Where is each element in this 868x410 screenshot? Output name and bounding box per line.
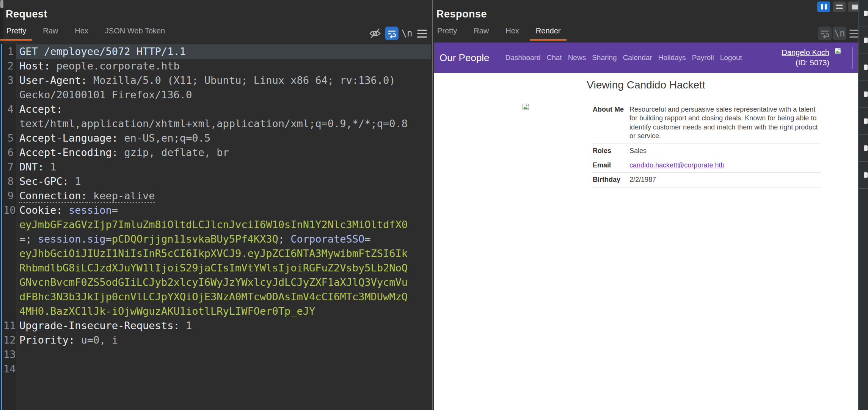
nav-link-dashboard[interactable]: Dashboard — [505, 54, 541, 62]
inspector-section-3[interactable] — [859, 54, 868, 81]
code-row: 13 — [3, 347, 431, 362]
code-line: Accept-Language: en-US,en;q=0.5 — [16, 131, 431, 145]
response-tab-hex[interactable]: Hex — [505, 27, 519, 41]
code-line: RhbmdlbG8iLCJzdXJuYW1lIjoiS29jaCIsImVtYW… — [16, 261, 431, 275]
nav-link-calendar[interactable]: Calendar — [623, 54, 652, 62]
line-number: 2 — [3, 59, 16, 73]
info-label: Roles — [593, 147, 629, 155]
inspector-section-icon — [864, 11, 868, 16]
inspector-section-6[interactable] — [859, 135, 868, 162]
line-number — [3, 304, 16, 319]
code-row: Gecko/20100101 Firefox/136.0 — [3, 88, 431, 102]
info-value: 2/2/1987 — [629, 175, 821, 184]
response-tab-pretty[interactable]: Pretty — [437, 27, 457, 41]
code-row: 3User-Agent: Mozilla/5.0 (X11; Ubuntu; L… — [3, 73, 431, 88]
code-segment: session — [69, 204, 112, 216]
broken-image-icon — [835, 48, 841, 54]
code-segment: 1 — [180, 320, 192, 331]
info-row-birthday: Birthday2/2/1987 — [593, 173, 821, 187]
newline-glyph: \n — [402, 28, 413, 39]
menu-icon[interactable] — [415, 27, 429, 40]
word-wrap-icon[interactable] — [385, 27, 399, 40]
code-line: dFBhc3N3b3JkIjp0cnVlLCJpYXQiOjE3NzA0MTcw… — [16, 290, 431, 304]
newline-glyph: \n — [834, 28, 845, 39]
request-tab-raw[interactable]: Raw — [43, 27, 58, 41]
request-editor[interactable]: 1GET /employee/5072 HTTP/1.12Host: peopl… — [3, 44, 431, 376]
user-name-link[interactable]: Dangelo Koch — [782, 47, 829, 58]
code-line: Cookie: session= — [16, 203, 431, 218]
line-number: 8 — [3, 174, 16, 189]
broken-image-icon — [523, 104, 529, 110]
nav-link-chat[interactable]: Chat — [546, 54, 562, 62]
code-segment: Gecko/20100101 Firefox/136.0 — [19, 89, 192, 101]
inspector-section-5[interactable] — [859, 108, 868, 135]
code-line: eyJmbGFzaGVzIjp7ImluZm8iOltdLCJlcnJvciI6… — [16, 218, 431, 232]
code-segment: Sec-GPC: — [19, 175, 69, 187]
line-number: 5 — [3, 131, 16, 145]
page-title: Viewing Candido Hackett — [434, 73, 858, 91]
inspector-collapsed-strip[interactable] — [858, 0, 868, 410]
code-segment: 1 — [44, 161, 57, 173]
inspector-section-2[interactable] — [859, 27, 868, 54]
code-line: Accept: — [16, 102, 431, 117]
nav-link-logout[interactable]: Logout — [720, 54, 742, 62]
newline-icon-disabled[interactable]: \n — [833, 27, 846, 40]
response-tab-raw[interactable]: Raw — [474, 27, 489, 41]
code-row: eyJhbGciOiJIUzI1NiIsInR5cCI6IkpXVCJ9.eyJ… — [3, 246, 431, 261]
request-tab-json-web-token[interactable]: JSON Web Token — [105, 27, 165, 41]
code-segment: people.corporate.htb — [50, 60, 179, 72]
code-segment: keep-alive — [87, 190, 155, 203]
code-segment: eyJhbGciOiJIUzI1NiIsInR5cCI6IkpXVCJ9.eyJ… — [19, 248, 408, 259]
nav-link-sharing[interactable]: Sharing — [592, 54, 617, 62]
line-number: 4 — [3, 102, 16, 117]
line-number: 11 — [3, 319, 16, 333]
hide-eye-icon[interactable] — [368, 27, 382, 40]
pause-button[interactable] — [817, 2, 830, 12]
request-tab-pretty[interactable]: Pretty — [6, 27, 26, 41]
code-row: dFBhc3N3b3JkIjp0cnVlLCJpYXQiOjE3NzA0MTcw… — [3, 290, 431, 304]
code-row: 4MH0.BazXC1lJk-iOjwWguzAKU1iotlLRyLIWFOe… — [3, 304, 431, 319]
inspector-section-4[interactable] — [859, 81, 868, 108]
code-line: GNvcnBvcmF0ZS5odGIiLCJyb2xlcyI6WyJzYWxlc… — [16, 275, 431, 290]
code-segment: GNvcnBvcmF0ZS5odGIiLCJyb2xlcyI6WyJzYWxlc… — [19, 276, 408, 288]
inspector-section-7[interactable] — [859, 162, 868, 189]
line-number — [3, 117, 16, 131]
code-line: =; session.sig=pCDQOrjjgn11svkaBUy5Pf4KX… — [16, 232, 431, 246]
code-segment: Mozilla/5.0 (X11; Ubuntu; Linux x86_64; … — [87, 74, 396, 86]
code-row: 2Host: people.corporate.htb — [3, 59, 431, 73]
code-segment: gzip, deflate, br — [118, 147, 229, 158]
nav-links: DashboardChatNewsSharingCalendarHolidays… — [505, 54, 742, 62]
newline-icon[interactable]: \n — [400, 27, 414, 40]
split-view-button[interactable] — [833, 2, 846, 12]
response-tab-render[interactable]: Render — [536, 27, 561, 41]
code-segment: session.sig — [38, 233, 106, 245]
code-row: 7DNT: 1 — [3, 160, 431, 174]
panel-splitter[interactable] — [432, 0, 433, 410]
code-segment: Accept: — [19, 103, 63, 115]
request-tab-hex[interactable]: Hex — [75, 27, 88, 41]
line-number — [3, 275, 16, 290]
code-line: eyJhbGciOiJIUzI1NiIsInR5cCI6IkpXVCJ9.eyJ… — [16, 246, 431, 261]
email-link[interactable]: candido.hackett@corporate.htb — [629, 161, 724, 169]
code-line: DNT: 1 — [16, 160, 431, 174]
code-line: Upgrade-Insecure-Requests: 1 — [16, 319, 431, 333]
code-line — [16, 362, 431, 376]
nav-link-payroll[interactable]: Payroll — [692, 54, 714, 62]
inspector-section-1[interactable] — [859, 0, 868, 27]
brand-our-people[interactable]: Our People — [439, 52, 490, 64]
scrollbar-thumb[interactable] — [0, 0, 3, 8]
code-segment: = — [112, 204, 118, 216]
nav-link-news[interactable]: News — [568, 54, 586, 62]
info-label: Birthday — [593, 175, 629, 184]
rendered-page-navbar: Our People DashboardChatNewsSharingCalen… — [434, 43, 858, 73]
code-segment: DNT: — [19, 161, 44, 173]
inspector-section-icon — [864, 38, 868, 43]
request-tabs: PrettyRawHexJSON Web Token — [6, 27, 182, 41]
code-row: RhbmdlbG8iLCJzdXJuYW1lIjoiS29jaCIsImVtYW… — [3, 261, 431, 275]
word-wrap-icon-disabled[interactable] — [818, 27, 832, 40]
line-number: 10 — [3, 203, 16, 218]
nav-link-holidays[interactable]: Holidays — [658, 54, 686, 62]
code-segment: Priority: — [19, 334, 75, 346]
code-segment: 1 — [69, 175, 81, 187]
line-number: 13 — [3, 347, 16, 362]
